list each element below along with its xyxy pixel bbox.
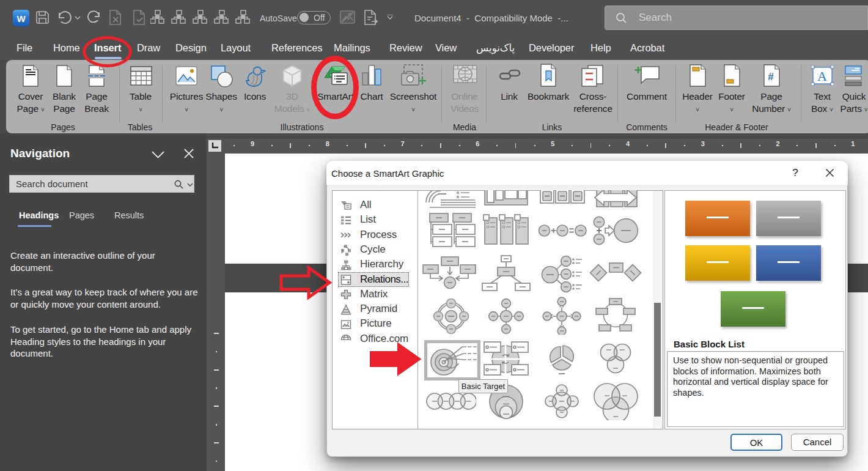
- svg-text:#: #: [768, 71, 774, 83]
- svg-text:A: A: [817, 69, 827, 84]
- svg-text:W: W: [17, 13, 26, 24]
